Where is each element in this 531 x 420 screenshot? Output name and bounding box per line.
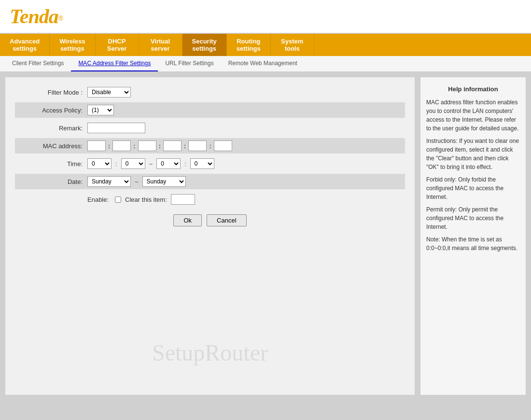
date-tilde: ~ [135, 178, 139, 185]
mac-address-label: MAC address: [20, 142, 83, 150]
mac-sep-1: : [108, 142, 110, 150]
subnav-client-filter[interactable]: Client Filter Settings [5, 56, 71, 71]
remark-input[interactable] [87, 123, 145, 133]
subnav-mac-filter[interactable]: MAC Address Filter Settings [71, 56, 158, 71]
sub-nav: Client Filter Settings MAC Address Filte… [0, 56, 531, 72]
time-row: Time: 0123456789101112131415161718192021… [20, 158, 400, 169]
time-controls: 01234567891011121314151617181920212223 :… [87, 158, 214, 169]
mac-field-1[interactable] [87, 140, 106, 151]
mac-sep-5: : [209, 142, 211, 150]
help-para-1: MAC address filter function enables you … [426, 98, 520, 133]
time-m2-select[interactable]: 0153045 [190, 158, 214, 169]
date-to-select[interactable]: SundayMondayTuesdayWednesdayThursdayFrid… [142, 176, 186, 187]
filter-mode-select[interactable]: Disable Enable [87, 87, 131, 98]
help-title: Help information [426, 84, 520, 94]
logo-reg: ® [58, 14, 63, 22]
ok-button[interactable]: Ok [173, 214, 202, 226]
filter-mode-label: Filter Mode : [20, 89, 83, 96]
nav-advanced[interactable]: Advancedsettings [0, 34, 50, 56]
mac-field-6[interactable] [214, 140, 232, 151]
watermark: SetupRouter [152, 339, 268, 366]
main-content: Filter Mode : Disable Enable Access Poli… [0, 72, 531, 400]
date-from-select[interactable]: SundayMondayTuesdayWednesdayThursdayFrid… [87, 176, 131, 187]
remark-row: Remark: [20, 123, 400, 133]
nav-system[interactable]: Systemtools [271, 34, 314, 56]
remark-label: Remark: [20, 125, 83, 132]
logo-text: Tenda [10, 5, 58, 28]
logo: Tenda® [10, 5, 63, 28]
cancel-button[interactable]: Cancel [207, 214, 246, 226]
mac-sep-4: : [184, 142, 186, 150]
enable-checkbox[interactable] [115, 196, 121, 203]
nav-wireless[interactable]: Wirelesssettings [50, 34, 95, 56]
time-colon-1: : [115, 160, 117, 168]
access-policy-select[interactable]: (1) (2) (3) [87, 105, 114, 115]
mac-sep-3: : [159, 142, 161, 150]
nav-dhcp[interactable]: DHCPServer [96, 34, 139, 56]
time-h2-select[interactable]: 01234567891011121314151617181920212223 [156, 158, 181, 169]
mac-address-controls: : : : : : [87, 140, 232, 151]
access-policy-controls: (1) (2) (3) [87, 105, 114, 115]
nav-security[interactable]: Securitysettings [182, 34, 227, 56]
time-colon-2: : [184, 160, 186, 168]
time-m1-select[interactable]: 0153045 [121, 158, 145, 169]
subnav-url-filter[interactable]: URL Filter Settings [158, 56, 221, 71]
help-para-2: Instructions: If you want to clear one c… [426, 137, 520, 171]
filter-mode-row: Filter Mode : Disable Enable [20, 87, 400, 98]
nav-virtual[interactable]: Virtualserver [139, 34, 182, 56]
help-content: MAC address filter function enables you … [426, 98, 520, 252]
enable-row: Enable: Clear this item: [87, 194, 400, 205]
nav-routing[interactable]: Routingsettings [227, 34, 271, 56]
time-label: Time: [20, 160, 83, 168]
help-para-4: Permit only: Only permit the configured … [426, 205, 520, 231]
clear-input[interactable] [171, 194, 195, 205]
time-h1-select[interactable]: 01234567891011121314151617181920212223 [87, 158, 112, 169]
help-para-5: Note: When the time is set as 0:0~0:0,it… [426, 235, 520, 252]
access-policy-label: Access Policy: [20, 107, 83, 114]
remark-controls [87, 123, 145, 133]
date-controls: SundayMondayTuesdayWednesdayThursdayFrid… [87, 176, 186, 187]
mac-sep-2: : [133, 142, 135, 150]
form-panel: Filter Mode : Disable Enable Access Poli… [5, 77, 415, 395]
clear-label: Clear this item: [125, 196, 167, 203]
time-tilde: ~ [149, 160, 153, 168]
mac-field-4[interactable] [163, 140, 182, 151]
main-nav: Advancedsettings Wirelesssettings DHCPSe… [0, 34, 531, 56]
help-para-3: Forbid only: Only forbid the configured … [426, 175, 520, 201]
mac-address-row: MAC address: : : : : : [15, 138, 405, 154]
access-policy-row: Access Policy: (1) (2) (3) [15, 102, 405, 118]
enable-label: Enable: [87, 196, 109, 203]
mac-field-2[interactable] [112, 140, 131, 151]
mac-field-3[interactable] [138, 140, 156, 151]
button-row: Ok Cancel [20, 214, 400, 226]
help-panel: Help information MAC address filter func… [420, 77, 526, 395]
date-row: Date: SundayMondayTuesdayWednesdayThursd… [15, 174, 405, 189]
date-label: Date: [20, 178, 83, 185]
filter-mode-controls: Disable Enable [87, 87, 131, 98]
subnav-remote-web[interactable]: Remote Web Management [221, 56, 305, 71]
mac-field-5[interactable] [188, 140, 207, 151]
